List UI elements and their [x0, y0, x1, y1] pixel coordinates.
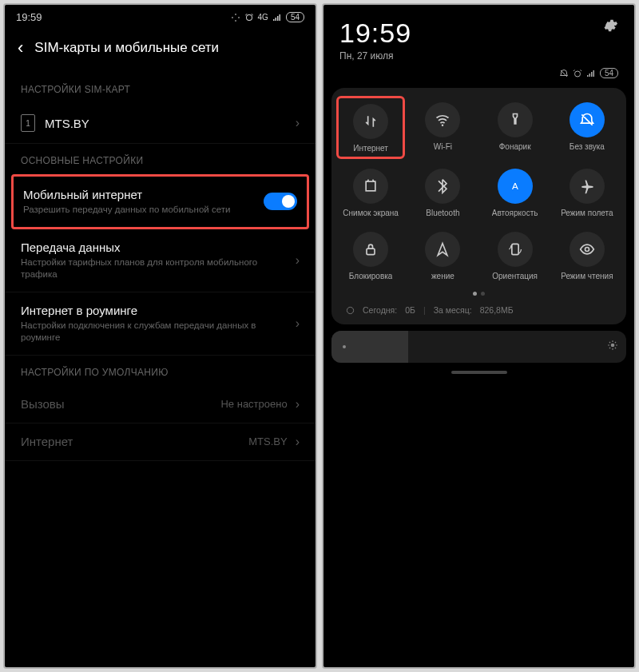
svg-text:A: A	[512, 181, 518, 191]
data-usage-strip: Сегодня: 0Б | За месяц: 826,8МБ	[335, 300, 623, 316]
airplane-icon	[570, 169, 605, 204]
dot-1	[473, 292, 477, 296]
alarm-icon	[573, 69, 582, 78]
roaming-row[interactable]: Интернет в роуминге Настройки подключени…	[5, 292, 316, 356]
tile-label: Bluetooth	[426, 209, 459, 217]
tile-label: Блокировка	[349, 272, 393, 280]
drag-handle[interactable]	[451, 371, 507, 374]
tile-bt[interactable]: Bluetooth	[407, 161, 478, 224]
chevron-right-icon: ›	[296, 253, 300, 268]
mobile-data-label: Мобильный интернет	[23, 188, 264, 201]
chevron-right-icon: ›	[296, 116, 300, 130]
data-usage-sub: Настройки тарифных планов для контроля м…	[21, 256, 296, 280]
tile-data[interactable]: Интернет	[336, 96, 405, 159]
data-usage-row[interactable]: Передача данных Настройки тарифных плано…	[5, 229, 316, 292]
tile-lock[interactable]: Блокировка	[335, 224, 407, 287]
roaming-sub: Настройки подключения к службам передачи…	[21, 320, 296, 344]
tile-label: Ориентация	[492, 272, 538, 280]
orient-icon	[498, 232, 533, 267]
autobright-icon: A	[498, 169, 533, 204]
brightness-slider[interactable]	[331, 331, 626, 363]
status-time: 19:59	[16, 11, 42, 23]
sim-name: MTS.BY	[45, 117, 296, 130]
tile-label: Автояркость	[492, 209, 538, 217]
signal-icon	[272, 13, 282, 22]
tile-read[interactable]: Режим чтения	[551, 224, 623, 287]
internet-label: Интернет	[21, 435, 248, 448]
svg-rect-4	[367, 249, 375, 255]
wifi-icon	[425, 102, 460, 137]
mobile-data-row[interactable]: Мобильный интернет Разрешить передачу да…	[14, 177, 307, 227]
battery-badge: 54	[600, 68, 618, 78]
tile-dnd[interactable]: Без звука	[551, 94, 623, 161]
cc-clock: 19:59	[339, 18, 411, 49]
tile-wifi[interactable]: Wi-Fi	[407, 94, 478, 161]
data-icon	[353, 104, 388, 139]
chevron-right-icon: ›	[296, 397, 300, 412]
bt-icon	[425, 169, 460, 204]
globe-icon	[346, 306, 355, 315]
cc-status-icons: 54	[323, 66, 634, 83]
status-right: 4G 54	[231, 12, 304, 22]
chevron-right-icon: ›	[296, 435, 300, 449]
phone-control-center: 19:59 Пн, 27 июля 54 ИнтернетWi-FiФонари…	[322, 3, 636, 669]
status-net: 4G	[258, 13, 268, 22]
settings-header: ‹ SIM-карты и мобильные сети	[5, 26, 316, 73]
dot-2	[481, 292, 485, 296]
tile-label: Режим полета	[561, 209, 613, 217]
phone-settings: 19:59 4G 54 ‹ SIM-карты и мобильные сети…	[3, 3, 317, 669]
tile-label: Wi-Fi	[434, 142, 452, 151]
svg-rect-5	[511, 244, 518, 254]
battery-badge: 54	[286, 12, 304, 22]
dnd-icon	[231, 13, 240, 22]
page-title: SIM-карты и мобильные сети	[34, 40, 219, 56]
tile-torch[interactable]: Фонарик	[479, 94, 551, 161]
tile-airplane[interactable]: Режим полета	[551, 161, 623, 224]
chevron-right-icon: ›	[296, 316, 300, 331]
screenshot-icon	[353, 169, 388, 204]
usage-today-value: 0Б	[405, 305, 415, 315]
calls-row[interactable]: Вызовы Не настроено ›	[5, 386, 316, 423]
section-sim: НАСТРОЙКИ SIM-КАРТ	[5, 73, 316, 103]
usage-today-label: Сегодня:	[363, 305, 397, 315]
tile-screenshot[interactable]: Снимок экрана	[335, 161, 407, 224]
gear-icon[interactable]	[602, 18, 618, 34]
mobile-data-sub: Разрешить передачу данных по мобильной с…	[23, 204, 264, 216]
brightness-fill	[331, 331, 408, 363]
data-usage-label: Передача данных	[21, 241, 296, 254]
svg-point-6	[585, 248, 589, 252]
read-icon	[570, 232, 605, 267]
tile-label: Фонарик	[499, 142, 531, 151]
tile-nav[interactable]: жение	[407, 224, 478, 287]
cc-header: 19:59 Пн, 27 июля	[323, 5, 634, 66]
dnd-icon	[570, 102, 605, 137]
torch-icon	[498, 102, 533, 137]
usage-sep: |	[423, 305, 426, 315]
dnd-icon	[559, 69, 569, 78]
status-bar: 19:59 4G 54	[5, 5, 316, 26]
svg-point-0	[574, 71, 580, 77]
tiles-grid: ИнтернетWi-FiФонарикБез звукаСнимок экра…	[335, 94, 623, 287]
svg-point-8	[343, 345, 346, 348]
roaming-label: Интернет в роуминге	[21, 304, 296, 317]
svg-point-7	[347, 307, 353, 313]
internet-row[interactable]: Интернет MTS.BY ›	[5, 423, 316, 461]
mobile-data-toggle[interactable]	[264, 193, 297, 210]
calls-label: Вызовы	[21, 397, 220, 411]
usage-month-label: За месяц:	[434, 305, 472, 315]
tile-label: жение	[431, 272, 454, 280]
sun-low-icon	[339, 342, 349, 352]
back-icon[interactable]: ‹	[18, 38, 23, 58]
svg-point-9	[611, 344, 615, 348]
tile-orient[interactable]: Ориентация	[479, 224, 551, 287]
tile-label: Интернет	[353, 144, 388, 153]
cc-date: Пн, 27 июля	[339, 50, 411, 62]
sim-row[interactable]: 1 MTS.BY ›	[5, 103, 316, 144]
tile-autobright[interactable]: AАвтояркость	[479, 161, 551, 224]
highlight-mobile-data: Мобильный интернет Разрешить передачу да…	[11, 174, 309, 229]
tile-label: Режим чтения	[561, 272, 613, 280]
alarm-icon	[244, 13, 254, 22]
lock-icon	[353, 232, 388, 267]
signal-icon	[586, 69, 596, 78]
calls-value: Не настроено	[220, 398, 287, 410]
